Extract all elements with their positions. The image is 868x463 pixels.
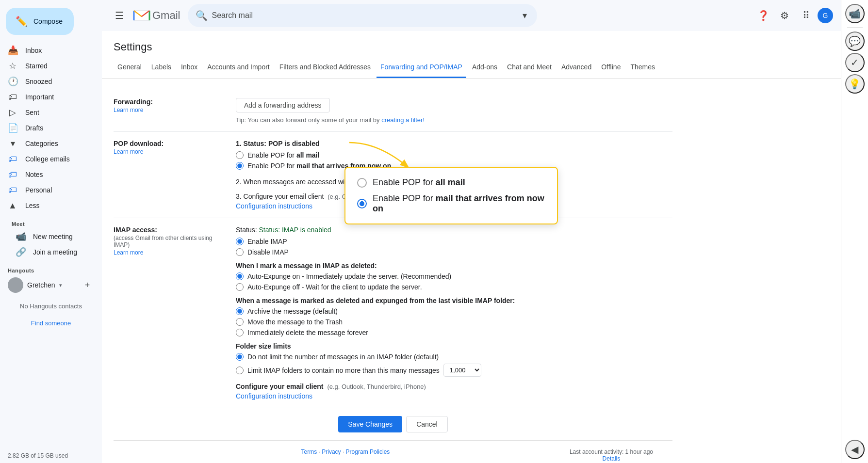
gmail-logo[interactable]: Gmail	[133, 9, 180, 22]
save-changes-button[interactable]: Save Changes	[338, 416, 402, 432]
tab-themes[interactable]: Themes	[626, 57, 659, 78]
tab-general[interactable]: General	[114, 57, 146, 78]
apps-button[interactable]: ⠿	[796, 6, 816, 25]
sidebar-item-starred[interactable]: ☆ Starred	[0, 58, 98, 74]
cancel-button[interactable]: Cancel	[406, 416, 448, 432]
tab-addons[interactable]: Add-ons	[468, 57, 501, 78]
hangouts-chevron: ▾	[59, 282, 62, 288]
folder-limit-select[interactable]: 1,000 2,000 5,000 10,000	[443, 364, 481, 377]
search-input[interactable]	[212, 11, 512, 20]
personal-label: Personal	[25, 186, 52, 194]
footer-details-link[interactable]: Details	[603, 455, 621, 462]
pop-learn-more[interactable]: Learn more	[114, 148, 143, 155]
delete-forever-radio[interactable]	[236, 329, 244, 336]
pop-now-radio[interactable]	[236, 162, 244, 170]
imap-label: IMAP access:	[114, 226, 220, 234]
sidebar-item-categories[interactable]: ▾ Categories	[0, 136, 98, 151]
hangouts-header: Hangouts	[0, 264, 102, 275]
sidebar-item-drafts[interactable]: 📄 Drafts	[0, 120, 98, 136]
meet-header: Meet	[8, 217, 102, 229]
limit-folder-radio[interactable]	[236, 367, 244, 374]
pop-access-select[interactable]: keep Gmail's copy in the Inbox archive G…	[368, 176, 473, 189]
compose-button[interactable]: ✏️ Compose	[6, 8, 74, 35]
pop-download-row: POP download: Learn more 1. Status: POP …	[114, 132, 672, 218]
right-panel-meet-button[interactable]: 📹	[845, 4, 865, 23]
pop-configure-note: (e.g. Outlook, Eudora, Netscape Mail)	[328, 193, 433, 200]
add-forwarding-button[interactable]: Add a forwarding address	[236, 98, 330, 112]
imap-disable-radio[interactable]	[236, 248, 244, 256]
no-limit-option[interactable]: Do not limit the number of messages in a…	[236, 353, 672, 361]
personal-icon: 🏷	[8, 185, 17, 195]
college-emails-label: College emails	[25, 155, 70, 163]
auto-expunge-on-radio[interactable]	[236, 272, 244, 280]
sidebar-item-important[interactable]: 🏷 Important	[0, 89, 98, 105]
auto-expunge-on-option[interactable]: Auto-Expunge on - Immediately update the…	[236, 272, 672, 280]
bottom-buttons: Save Changes Cancel	[114, 408, 672, 440]
hangouts-user-row[interactable]: Gretchen ▾ +	[0, 275, 102, 295]
imap-disable-option[interactable]: Disable IMAP	[236, 248, 672, 256]
sidebar-item-personal[interactable]: 🏷 Personal	[0, 182, 98, 198]
imap-learn-more[interactable]: Learn more	[114, 249, 143, 256]
sidebar-item-less[interactable]: ▲ Less	[0, 198, 98, 213]
sidebar-item-sent[interactable]: ▷ Sent	[0, 105, 98, 120]
right-panel-keep-button[interactable]: 💡	[845, 74, 865, 94]
archive-msg-radio[interactable]	[236, 307, 244, 315]
sidebar-item-notes[interactable]: 🏷 Notes	[0, 167, 98, 182]
auto-expunge-off-radio[interactable]	[236, 283, 244, 291]
imap-enable-option[interactable]: Enable IMAP	[236, 238, 672, 245]
right-panel-expand-button[interactable]: ◀	[845, 440, 865, 459]
help-button[interactable]: ❓	[753, 6, 773, 25]
pop-status: 1. Status: POP is disabled	[236, 140, 672, 147]
settings-button[interactable]: ⚙	[775, 6, 794, 25]
pop-now-option[interactable]: Enable POP for mail that arrives from no…	[236, 162, 672, 170]
limit-folder-option[interactable]: Limit IMAP folders to contain no more th…	[236, 364, 672, 377]
imap-expunge-group: Auto-Expunge on - Immediately update the…	[236, 272, 672, 291]
hamburger-button[interactable]: ☰	[110, 6, 129, 25]
folder-limits-group: Do not limit the number of messages in a…	[236, 353, 672, 377]
drafts-label: Drafts	[25, 124, 43, 132]
sidebar-item-join-meeting[interactable]: 🔗 Join a meeting	[8, 244, 98, 260]
sidebar-item-inbox[interactable]: 📥 Inbox	[0, 43, 98, 58]
configure-email-label: Configure your email client	[236, 383, 323, 390]
find-someone-link[interactable]: Find someone	[0, 319, 102, 327]
hangouts-add-button[interactable]: +	[81, 278, 94, 292]
categories-icon: ▾	[8, 138, 17, 149]
search-dropdown-button[interactable]: ▾	[516, 7, 533, 24]
right-panel-chat-button[interactable]: 💬	[845, 32, 865, 51]
pop-config-link[interactable]: Configuration instructions	[236, 202, 312, 210]
snoozed-label: Snoozed	[25, 78, 52, 85]
sidebar-item-new-meeting[interactable]: 📹 New meeting	[8, 229, 98, 244]
archive-msg-option[interactable]: Archive the message (default)	[236, 307, 672, 315]
footer-activity: Last account activity: 1 hour ago	[570, 448, 653, 455]
tab-inbox[interactable]: Inbox	[177, 57, 201, 78]
tab-labels[interactable]: Labels	[147, 57, 175, 78]
pop-all-option[interactable]: Enable POP for all mail	[236, 151, 672, 159]
forwarding-label-col: Forwarding: Learn more	[114, 98, 220, 124]
imap-config-link[interactable]: Configuration instructions	[236, 392, 312, 400]
user-avatar[interactable]: G	[818, 8, 833, 23]
tab-filters[interactable]: Filters and Blocked Addresses	[276, 57, 375, 78]
pop-all-radio[interactable]	[236, 151, 244, 159]
forwarding-learn-more[interactable]: Learn more	[114, 107, 143, 113]
tab-forwarding[interactable]: Forwarding and POP/IMAP	[377, 57, 466, 78]
delete-forever-option[interactable]: Immediately delete the message forever	[236, 329, 672, 336]
college-emails-icon: 🏷	[8, 154, 17, 164]
keep-icon: 💡	[849, 78, 861, 90]
footer-terms-link[interactable]: Terms	[301, 448, 317, 455]
tab-chat-meet[interactable]: Chat and Meet	[503, 57, 556, 78]
footer-program-policies-link[interactable]: Program Policies	[346, 448, 390, 455]
tab-accounts-import[interactable]: Accounts and Import	[203, 57, 273, 78]
create-filter-link[interactable]: creating a filter!	[381, 116, 425, 124]
right-panel-tasks-button[interactable]: ✓	[845, 53, 865, 72]
move-trash-radio[interactable]	[236, 318, 244, 326]
auto-expunge-off-option[interactable]: Auto-Expunge off - Wait for the client t…	[236, 283, 672, 291]
sidebar-item-snoozed[interactable]: 🕐 Snoozed	[0, 74, 98, 89]
imap-enable-radio[interactable]	[236, 238, 244, 245]
move-trash-option[interactable]: Move the message to the Trash	[236, 318, 672, 326]
sidebar-item-college-emails[interactable]: 🏷 College emails	[0, 151, 98, 167]
no-limit-radio[interactable]	[236, 353, 244, 361]
footer-privacy-link[interactable]: Privacy	[322, 448, 341, 455]
search-icon[interactable]: 🔍	[196, 10, 208, 21]
tab-offline[interactable]: Offline	[597, 57, 624, 78]
tab-advanced[interactable]: Advanced	[557, 57, 595, 78]
